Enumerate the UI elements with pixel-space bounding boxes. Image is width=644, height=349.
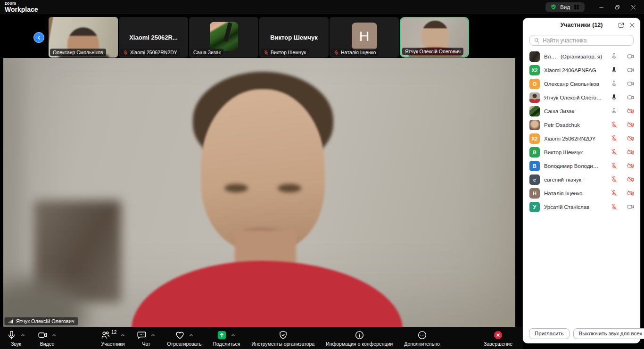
search-participant-box[interactable] [529,35,634,46]
close-button[interactable] [625,1,641,13]
participant-row[interactable]: Ятчук Олексій Олегович [523,91,640,104]
security-shield-icon [550,4,557,10]
video-thumbnail-active[interactable]: Ятчук Олексій Олегович [400,17,469,58]
video-thumbnail[interactable]: Олексанр Смольніков [49,17,118,58]
participant-row[interactable]: Саша Зизак [523,104,640,118]
participant-name: Урсатій Станіслав [544,204,589,210]
zoom-meeting-window: zoom Workplace Вид Олексанр СмольніковXi… [0,0,644,349]
toolbar-more-button[interactable]: Дополнительно [404,329,440,347]
thumbnail-name-text: Ятчук Олексій Олегович [405,49,461,54]
end-call-icon [493,330,503,340]
speaker-eye-right [278,184,301,192]
minimize-button[interactable] [593,1,609,13]
toolbar-react-button[interactable]: Отреагировать [167,329,201,347]
popout-panel-icon[interactable] [618,22,625,29]
titlebar: zoom Workplace Вид [0,0,644,14]
participant-name: Виктор Шемчук [544,150,583,155]
more-icon [417,330,427,340]
camera-icon [38,330,48,340]
chat-icon [137,330,147,340]
participant-avatar: Н [529,188,540,199]
participant-name: Владимир Бакулев... [544,54,556,59]
participant-row[interactable]: ННаталія Іщенко [523,186,640,200]
toolbar-label: Информация о конференции [326,341,393,347]
info-icon [355,330,364,340]
mic-muted-icon [611,190,618,197]
invite-button[interactable]: Пригласить [529,328,570,339]
toolbar-end-button[interactable]: Завершение [484,329,512,347]
thumbnail-name-label: Олексанр Смольніков [50,49,106,56]
camera-off-icon [627,108,634,115]
video-thumbnail[interactable]: Саша Зизак [189,17,258,58]
camera-off-icon [627,135,634,142]
chevron-up-icon[interactable] [231,332,236,338]
thumbnail-name-label: Ятчук Олексій Олегович [402,48,463,55]
toolbar-participants-button[interactable]: 12Участники [100,329,125,347]
chevron-up-icon[interactable] [51,332,57,338]
camera-on-icon [627,53,634,60]
toolbar-meeting-info-button[interactable]: Информация о конференции [326,329,393,347]
view-button[interactable]: Вид [545,2,585,12]
mic-muted-icon [611,135,618,142]
layout-grid-icon [573,4,580,10]
participant-row[interactable]: УУрсатій Станіслав [523,200,640,214]
participant-row[interactable]: X2Xiaomi 2406APNFAG [523,63,640,77]
chevron-up-icon[interactable] [150,332,156,338]
toolbar-video-button[interactable]: Видео [38,329,57,347]
chevron-up-icon[interactable] [120,332,125,338]
toolbar-host-tools-button[interactable]: Инструменты организатора [251,329,314,347]
participant-row[interactable]: ВВиктор Шемчук [523,145,640,159]
participant-avatar [529,106,540,116]
previous-videos-button[interactable] [33,32,44,43]
participant-avatar: В [529,161,540,171]
participants-header: Участники (12) [523,18,640,32]
share-icon [217,330,227,340]
participants-footer: Пригласить Выключить звук для всех ... [523,326,640,343]
participant-name: Petr Osadchuk [544,122,580,128]
speaker-name-label: Ятчук Олексій Олегович [4,317,78,325]
brand-workplace: Workplace [5,6,38,13]
toolbar-label: Завершение [484,341,512,347]
meeting-toolbar: ЗвукВидео 12УчастникиЧатОтреагироватьПод… [0,327,523,349]
participant-name: Володимир Володимирович Петрів [544,163,602,169]
heart-icon [175,330,185,340]
participant-name: евгений ткачук [544,177,581,183]
search-icon [534,37,540,43]
mute-all-button[interactable]: Выключить звук для всех [573,328,644,339]
participant-row[interactable]: Владимир Бакулев...(Организатор, я) [523,50,640,63]
participant-row[interactable]: ВВолодимир Володимирович Петрів [523,159,640,173]
participant-row[interactable]: OОлексанр Смольніков [523,77,640,91]
toolbar-share-button[interactable]: Поделиться [213,329,240,347]
camera-on-icon [627,203,634,210]
thumbnail-name-label: Виктор Шемчук [261,49,309,56]
participant-avatar [529,120,540,130]
mic-muted-icon [611,203,618,210]
thumbnail-name-text: Саша Зизак [193,50,221,55]
participant-row[interactable]: Petr Osadchuk [523,118,640,132]
toolbar-label: Поделиться [213,341,240,347]
video-thumbnail[interactable]: Xiaomi 25062R...Xiaomi 25062RN2DY [119,17,188,58]
participant-avatar: X2 [529,65,540,75]
toolbar-label: Дополнительно [404,341,440,347]
chevron-up-icon[interactable] [20,332,25,338]
close-panel-icon[interactable] [628,22,636,29]
thumbnail-name-text: Xiaomi 25062RN2DY [130,50,177,55]
participant-avatar: е [529,174,540,185]
toolbar-label: Участники [101,341,125,347]
camera-off-icon [627,121,634,128]
view-label: Вид [560,4,570,10]
participant-row[interactable]: X2Xiaomi 25062RN2DY [523,132,640,145]
participants-list: Владимир Бакулев...(Организатор, я)X2Xia… [523,50,640,326]
participant-row[interactable]: еевгений ткачук [523,173,640,186]
search-participant-input[interactable] [543,37,629,44]
chevron-up-icon[interactable] [189,332,194,338]
restore-button[interactable] [609,1,625,13]
thumbnail-strip: Олексанр СмольніковXiaomi 25062R...Xiaom… [0,17,523,58]
toolbar-chat-button[interactable]: Чат [137,329,156,347]
camera-off-icon [627,190,634,197]
toolbar-audio-button[interactable]: Звук [7,329,25,347]
participant-name: Наталія Іщенко [544,191,583,196]
video-thumbnail[interactable]: Виктор ШемчукВиктор Шемчук [259,17,329,58]
mic-active-icon [611,94,618,101]
video-thumbnail[interactable]: ННаталія Іщенко [330,17,399,58]
